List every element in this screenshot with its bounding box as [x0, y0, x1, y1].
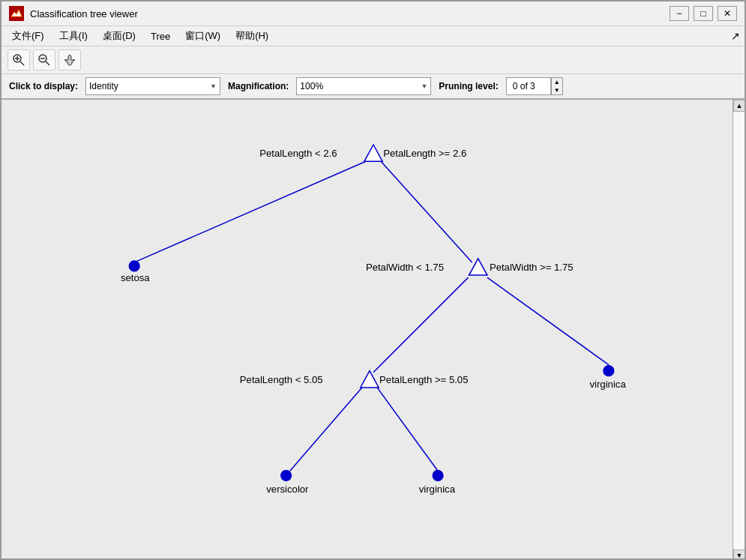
virginica-bottom-node[interactable] — [433, 470, 443, 481]
menu-window[interactable]: 窗口(W) — [179, 28, 226, 44]
line-root-mid — [381, 161, 472, 262]
zoom-in-icon — [12, 53, 25, 67]
line-root-setosa — [134, 161, 366, 262]
magnification-label: Magnification: — [228, 81, 289, 91]
magnification-dropdown-arrow: ▼ — [421, 82, 427, 90]
menu-desktop[interactable]: 桌面(D) — [97, 28, 142, 44]
scroll-up-button[interactable]: ▲ — [733, 100, 745, 112]
matlab-icon — [9, 6, 24, 21]
toolbar — [1, 46, 745, 74]
title-controls: − □ ✕ — [670, 6, 737, 21]
line-mid-virginica — [487, 277, 609, 364]
pan-icon — [63, 53, 76, 67]
menu-help[interactable]: 帮助(H) — [229, 28, 274, 44]
mid-condition-left: PetalWidth < 1.75 — [366, 262, 444, 273]
mid-triangle[interactable] — [469, 259, 487, 275]
zoom-out-button[interactable] — [33, 49, 55, 70]
pruning-increment-button[interactable]: ▲ — [552, 78, 562, 86]
minimize-button[interactable]: − — [670, 6, 689, 21]
line-bottom-virginica2 — [377, 388, 438, 471]
tree-canvas[interactable]: PetalLength < 2.6 PetalLength >= 2.6 set… — [1, 100, 745, 560]
controls-bar: Click to display: Identity ▼ Magnificati… — [1, 74, 745, 100]
display-dropdown-arrow: ▼ — [210, 82, 217, 90]
menu-file[interactable]: 文件(F) — [6, 28, 50, 44]
pan-button[interactable] — [58, 49, 81, 70]
root-triangle[interactable] — [364, 145, 382, 161]
vertical-scrollbar[interactable]: ▲ ▼ — [733, 100, 745, 560]
display-label: Click to display: — [9, 81, 78, 91]
line-bottom-versicolor — [290, 388, 362, 471]
scroll-track — [733, 112, 745, 550]
main-content: PetalLength < 2.6 PetalLength >= 2.6 set… — [1, 100, 745, 560]
bottom-triangle[interactable] — [361, 371, 379, 388]
scroll-down-button[interactable]: ▼ — [733, 550, 745, 560]
menu-bar: 文件(F) 工具(I) 桌面(D) Tree 窗口(W) 帮助(H) ↗ — [1, 26, 745, 46]
pruning-value: 0 of 3 — [506, 77, 551, 95]
magnification-value: 100% — [300, 81, 418, 91]
magnification-dropdown[interactable]: 100% ▼ — [296, 77, 431, 95]
mid-condition-right: PetalWidth >= 1.75 — [490, 262, 574, 273]
pruning-decrement-button[interactable]: ▼ — [552, 86, 562, 94]
close-button[interactable]: ✕ — [718, 6, 737, 21]
virginica-right-label: virginica — [589, 379, 626, 390]
setosa-node[interactable] — [129, 261, 139, 271]
pruning-spinner: ▲ ▼ — [551, 77, 563, 95]
versicolor-label: versicolor — [266, 484, 309, 495]
root-condition-left: PetalLength < 2.6 — [259, 148, 337, 159]
menu-tools[interactable]: 工具(I) — [53, 28, 94, 44]
root-condition-right: PetalLength >= 2.6 — [383, 148, 466, 159]
virginica-bottom-label: virginica — [419, 484, 456, 495]
tree-svg: PetalLength < 2.6 PetalLength >= 2.6 set… — [1, 100, 745, 560]
virginica-right-node[interactable] — [604, 366, 614, 376]
bottom-condition-right: PetalLength >= 5.05 — [379, 374, 468, 385]
maximize-button[interactable]: □ — [694, 6, 713, 21]
bottom-condition-left: PetalLength < 5.05 — [240, 374, 323, 385]
undock-icon[interactable]: ↗ — [731, 30, 740, 42]
versicolor-node[interactable] — [281, 470, 292, 481]
setosa-label: setosa — [121, 272, 150, 283]
line-mid-bottom — [373, 277, 469, 373]
zoom-in-button[interactable] — [7, 49, 30, 70]
pruning-label: Pruning level: — [439, 81, 498, 91]
pruning-control: 0 of 3 ▲ ▼ — [506, 77, 563, 95]
zoom-out-icon — [37, 53, 51, 67]
title-left: Classification tree viewer — [9, 6, 138, 21]
window-title: Classification tree viewer — [30, 8, 138, 19]
display-value: Identity — [89, 81, 207, 91]
display-dropdown[interactable]: Identity ▼ — [85, 77, 220, 95]
title-bar: Classification tree viewer − □ ✕ — [1, 1, 745, 26]
svg-line-2 — [20, 61, 24, 65]
svg-line-6 — [46, 61, 49, 65]
menu-tree[interactable]: Tree — [145, 29, 176, 43]
